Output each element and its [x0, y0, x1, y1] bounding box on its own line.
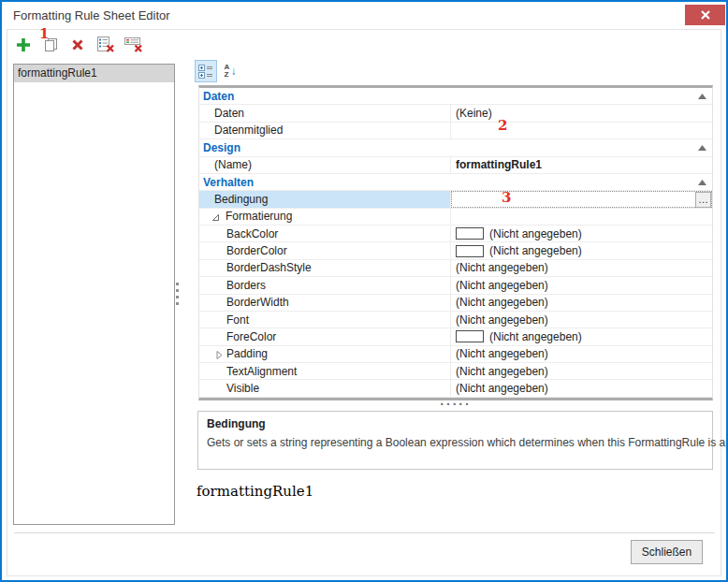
category-row-design[interactable]: Design [199, 139, 712, 156]
property-row-bordercolor[interactable]: BorderColor (Nicht angegeben) [199, 242, 712, 259]
delete-all-rules-button[interactable] [122, 33, 146, 57]
property-row-font[interactable]: Font (Nicht angegeben) [199, 312, 712, 328]
property-row-textalignment[interactable]: TextAlignment (Nicht angegeben) [199, 363, 712, 380]
description-text: Gets or sets a string representing a Boo… [207, 436, 728, 449]
color-swatch [456, 245, 484, 257]
property-row-backcolor[interactable]: BackColor (Nicht angegeben) [199, 226, 712, 242]
annotation-1: 1 [39, 26, 49, 41]
property-row-borderdashstyle[interactable]: BorderDashStyle (Nicht angegeben) [199, 260, 712, 277]
property-row-name[interactable]: (Name) formattingRule1 [199, 157, 712, 174]
expanded-icon[interactable] [211, 213, 220, 222]
property-row-formatierung[interactable]: Formatierung [199, 209, 712, 226]
window-title: Formatting Rule Sheet Editor [13, 8, 170, 22]
add-rule-button[interactable] [11, 33, 36, 57]
annotation-3: 3 [502, 190, 511, 205]
ellipsis-button[interactable]: … [695, 192, 711, 207]
description-title: Bedingung [207, 417, 266, 430]
collapsed-icon[interactable] [216, 351, 223, 359]
category-collapse-icon[interactable] [698, 145, 706, 151]
delete-rule-button[interactable] [66, 33, 90, 57]
property-row-bedingung[interactable]: Bedingung … [199, 191, 712, 208]
schliessen-button[interactable]: Schließen [631, 540, 703, 564]
property-row-forecolor[interactable]: ForeColor (Nicht angegeben) [199, 328, 712, 345]
footer-separator [14, 532, 715, 533]
category-row-daten[interactable]: Daten [199, 88, 712, 105]
category-collapse-icon[interactable] [698, 180, 706, 185]
window-close-button[interactable] [685, 5, 725, 25]
delete-sheet-rule-button[interactable] [94, 33, 118, 57]
property-grid: Daten Daten (Keine) Datenmitglied Design… [198, 85, 713, 400]
categorized-view-button[interactable] [195, 60, 217, 82]
az-sort-icon: A Z ↓ [225, 64, 237, 79]
rule-preview-text: formattingRule1 [197, 483, 313, 500]
vertical-splitter[interactable] [176, 283, 182, 311]
rule-list: formattingRule1 [13, 64, 175, 525]
property-row-visible[interactable]: Visible (Nicht angegeben) [199, 380, 712, 397]
formatting-rule-sheet-editor-window: Formatting Rule Sheet Editor [0, 0, 728, 582]
bedingung-value-editor[interactable]: … [451, 191, 712, 207]
property-row-padding[interactable]: Padding (Nicht angegeben) [199, 346, 712, 363]
horizontal-splitter[interactable]: ····· [198, 400, 713, 411]
category-collapse-icon[interactable] [698, 94, 706, 99]
color-swatch [456, 227, 484, 240]
description-panel: Bedingung Gets or sets a string represen… [197, 411, 713, 470]
annotation-2: 2 [498, 118, 507, 133]
property-row-datenmitglied[interactable]: Datenmitglied [199, 123, 712, 139]
categorized-icon [198, 64, 213, 79]
grid-delete-icon [96, 36, 115, 53]
property-row-borders[interactable]: Borders (Nicht angegeben) [199, 277, 712, 294]
rule-list-item[interactable]: formattingRule1 [14, 65, 174, 82]
alphabetical-sort-button[interactable]: A Z ↓ [219, 60, 241, 82]
color-swatch [456, 330, 484, 342]
plus-icon [15, 36, 32, 53]
category-row-verhalten[interactable]: Verhalten [199, 174, 712, 191]
property-row-borderwidth[interactable]: BorderWidth (Nicht angegeben) [199, 295, 712, 312]
band-delete-icon [124, 36, 144, 53]
delete-x-icon [70, 37, 85, 52]
property-row-daten[interactable]: Daten (Keine) [199, 105, 712, 122]
close-icon [700, 9, 711, 21]
